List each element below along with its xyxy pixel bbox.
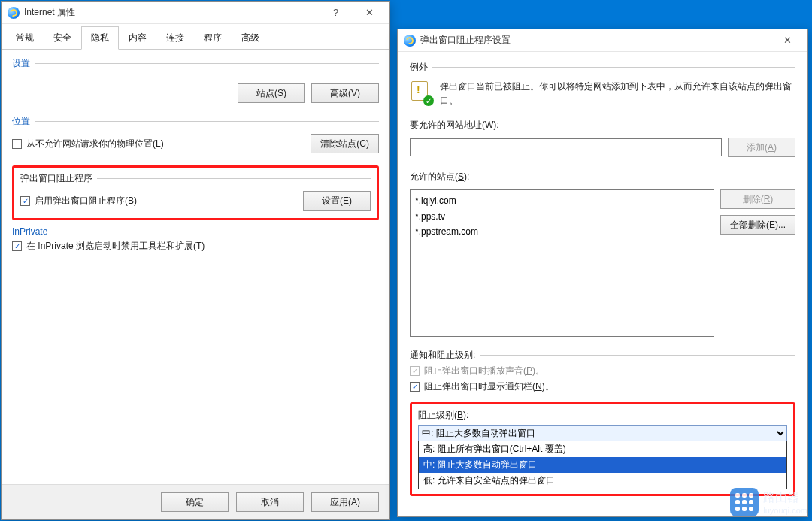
titlebar: 弹出窗口阻止程序设置 ✕ bbox=[398, 29, 807, 52]
tab-content[interactable]: 内容 bbox=[119, 26, 156, 50]
checkbox-label: 从不允许网站请求你的物理位置(L) bbox=[26, 138, 164, 150]
level-option-medium[interactable]: 中: 阻止大多数自动弹出窗口 bbox=[419, 457, 786, 473]
list-item[interactable]: *.ppstream.com bbox=[415, 224, 709, 239]
group-title: 设置 bbox=[12, 57, 30, 70]
internet-properties-window: Internet 属性 ? ✕ 常规 安全 隐私 内容 连接 程序 高级 设置 … bbox=[1, 1, 390, 520]
warning-icon: ✓ bbox=[410, 80, 432, 105]
address-label: 要允许的网站地址(W): bbox=[410, 119, 795, 132]
tab-general[interactable]: 常规 bbox=[6, 26, 44, 50]
inprivate-group: InPrivate ✓ 在 InPrivate 浏览启动时禁用工具栏和扩展(T) bbox=[12, 226, 379, 253]
checkbox-label: 启用弹出窗口阻止程序(B) bbox=[35, 195, 137, 207]
window-title: 弹出窗口阻止程序设置 bbox=[420, 34, 511, 47]
close-button[interactable]: ✕ bbox=[353, 2, 386, 23]
remove-button[interactable]: 删除(R) bbox=[720, 189, 795, 209]
sound-checkbox[interactable]: ✓ 阻止弹出窗口时播放声音(P)。 bbox=[410, 365, 795, 377]
level-option-high[interactable]: 高: 阻止所有弹出窗口(Ctrl+Alt 覆盖) bbox=[419, 441, 786, 457]
allowed-label: 允许的站点(S): bbox=[410, 171, 795, 183]
location-group: 位置 从不允许网站请求你的物理位置(L) 清除站点(C) bbox=[12, 115, 379, 156]
advanced-button[interactable]: 高级(V) bbox=[311, 83, 379, 103]
list-item[interactable]: *.iqiyi.com bbox=[415, 193, 709, 208]
popup-settings-button[interactable]: 设置(E) bbox=[303, 191, 371, 211]
clear-sites-button[interactable]: 清除站点(C) bbox=[311, 134, 379, 153]
help-button[interactable]: ? bbox=[319, 2, 353, 23]
checkbox-label: 阻止弹出窗口时显示通知栏(N)。 bbox=[424, 380, 554, 393]
blocking-level-dropdown[interactable]: 高: 阻止所有弹出窗口(Ctrl+Alt 覆盖) 中: 阻止大多数自动弹出窗口 … bbox=[418, 441, 787, 489]
group-title: 弹出窗口阻止程序 bbox=[20, 172, 92, 185]
remove-all-button[interactable]: 全部删除(E)... bbox=[720, 215, 795, 235]
notification-bar-checkbox[interactable]: ✓ 阻止弹出窗口时显示通知栏(N)。 bbox=[410, 380, 795, 393]
settings-group: 设置 站点(S) 高级(V) bbox=[12, 57, 379, 106]
ie-icon bbox=[8, 7, 20, 19]
popup-enable-checkbox[interactable]: ✓ 启用弹出窗口阻止程序(B) bbox=[20, 195, 137, 207]
exception-note: 弹出窗口当前已被阻止。你可以将特定网站添加到下表中，从而允许来自该站点的弹出窗口… bbox=[440, 80, 795, 108]
tab-advanced[interactable]: 高级 bbox=[232, 26, 269, 50]
popup-blocker-group: 弹出窗口阻止程序 ✓ 启用弹出窗口阻止程序(B) 设置(E) bbox=[12, 165, 379, 220]
tab-security[interactable]: 安全 bbox=[44, 26, 81, 50]
exception-group: 例外 ✓ 弹出窗口当前已被阻止。你可以将特定网站添加到下表中，从而允许来自该站点… bbox=[410, 61, 795, 340]
inprivate-checkbox[interactable]: ✓ 在 InPrivate 浏览启动时禁用工具栏和扩展(T) bbox=[12, 240, 379, 253]
apply-button[interactable]: 应用(A) bbox=[311, 492, 379, 512]
group-title: 例外 bbox=[410, 61, 428, 74]
tab-bar: 常规 安全 隐私 内容 连接 程序 高级 bbox=[2, 24, 389, 50]
address-input[interactable] bbox=[410, 138, 722, 156]
blocking-level-select[interactable]: 中: 阻止大多数自动弹出窗口 bbox=[418, 425, 787, 441]
group-title: 通知和阻止级别: bbox=[410, 349, 475, 362]
popup-blocker-settings-window: 弹出窗口阻止程序设置 ✕ 例外 ✓ 弹出窗口当前已被阻止。你可以将特定网站添加到… bbox=[397, 29, 808, 517]
window-title: Internet 属性 bbox=[24, 6, 75, 19]
ie-icon bbox=[404, 35, 416, 47]
close-button[interactable]: ✕ bbox=[771, 30, 804, 51]
allowed-sites-list[interactable]: *.iqiyi.com *.pps.tv *.ppstream.com bbox=[410, 189, 714, 337]
cancel-button[interactable]: 取消 bbox=[236, 492, 304, 512]
tab-connections[interactable]: 连接 bbox=[156, 26, 194, 50]
blocking-level-group: 阻止级别(B): 中: 阻止大多数自动弹出窗口 高: 阻止所有弹出窗口(Ctrl… bbox=[410, 402, 795, 496]
add-button[interactable]: 添加(A) bbox=[728, 138, 795, 157]
sites-button[interactable]: 站点(S) bbox=[238, 83, 305, 103]
tab-programs[interactable]: 程序 bbox=[194, 26, 232, 50]
group-title: InPrivate bbox=[12, 226, 47, 237]
level-label: 阻止级别(B): bbox=[418, 409, 787, 422]
group-title: 位置 bbox=[12, 115, 30, 128]
list-item[interactable]: *.pps.tv bbox=[415, 209, 709, 224]
location-checkbox[interactable]: 从不允许网站请求你的物理位置(L) bbox=[12, 138, 164, 150]
ok-button[interactable]: 确定 bbox=[161, 492, 229, 512]
checkbox-label: 阻止弹出窗口时播放声音(P)。 bbox=[424, 365, 544, 377]
titlebar: Internet 属性 ? ✕ bbox=[2, 2, 389, 24]
level-option-low[interactable]: 低: 允许来自安全站点的弹出窗口 bbox=[419, 473, 786, 489]
tab-privacy[interactable]: 隐私 bbox=[81, 26, 119, 50]
notification-group: 通知和阻止级别: ✓ 阻止弹出窗口时播放声音(P)。 ✓ 阻止弹出窗口时显示通知… bbox=[410, 349, 795, 393]
dialog-footer: 确定 取消 应用(A) bbox=[2, 484, 389, 519]
checkbox-label: 在 InPrivate 浏览启动时禁用工具栏和扩展(T) bbox=[26, 240, 205, 253]
